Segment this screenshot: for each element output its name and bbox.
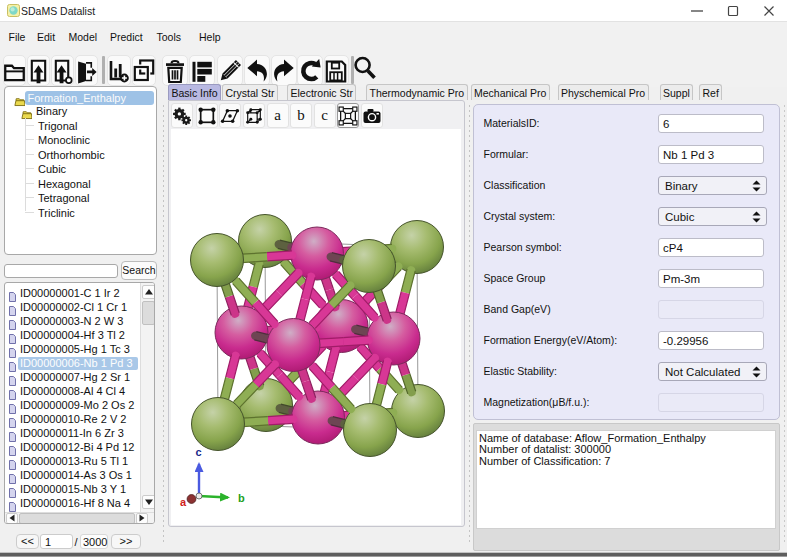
svg-text:c: c — [196, 446, 202, 458]
svg-text:a: a — [180, 496, 187, 508]
svg-text:b: b — [238, 492, 245, 504]
